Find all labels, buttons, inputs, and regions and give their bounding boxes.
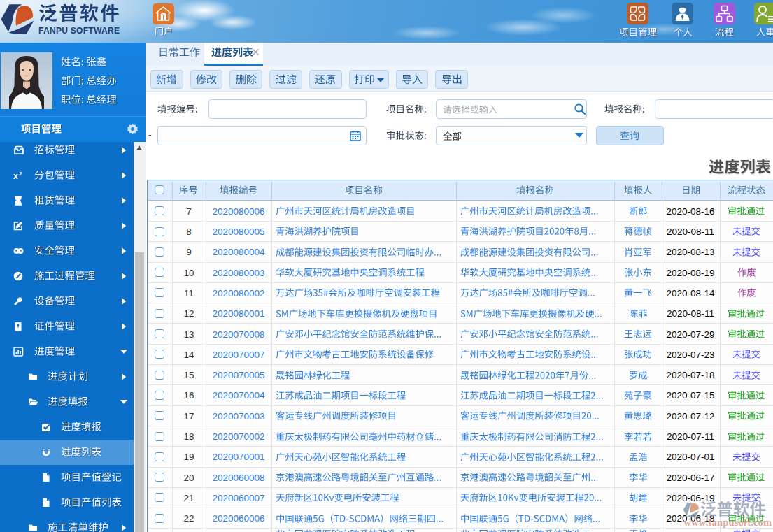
- svg-text:2: 2: [19, 171, 22, 177]
- svg-text:x: x: [13, 171, 18, 180]
